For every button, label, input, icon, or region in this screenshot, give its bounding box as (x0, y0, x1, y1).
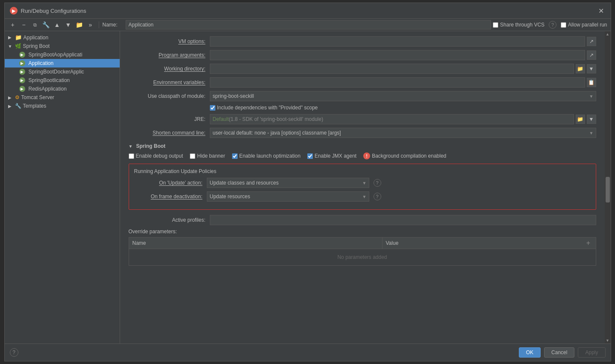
env-vars-input-row: 📋 (210, 77, 596, 88)
vm-options-input-row: ↗ (210, 36, 596, 47)
classpath-label: Use classpath of module: (129, 93, 206, 99)
leaf-icon-redis: ▶ (19, 86, 25, 92)
working-dir-input-row: 📁 ▼ (210, 64, 596, 74)
env-vars-row: Environment variables: 📋 (129, 77, 596, 88)
vcs-help-icon[interactable]: ? (549, 21, 556, 29)
share-vcs-checkbox[interactable] (493, 22, 498, 28)
sidebar-item-application-root[interactable]: ▶ 📁 Application (5, 33, 120, 42)
jre-display: Default (1.8 - SDK of 'spring-boot-secki… (210, 114, 574, 124)
working-dir-arrow-btn[interactable]: ▼ (587, 64, 596, 73)
sidebar-item-springbootlication[interactable]: ▶ SpringBootlication (5, 76, 120, 85)
leaf-icon-docker: ▶ (19, 69, 25, 75)
on-update-row: On 'Update' action: Update classes and r… (134, 178, 591, 188)
sidebar-item-tomcat[interactable]: ▶ ⚙ Tomcat Server (5, 93, 120, 102)
active-profiles-input[interactable] (210, 215, 596, 225)
sidebar-item-templates[interactable]: ▶ 🔧 Templates (5, 102, 120, 110)
enable-jmx-checkbox[interactable] (307, 153, 313, 159)
sidebar-item-application-selected[interactable]: ▶ Application (5, 59, 120, 68)
col-value: Value + (382, 238, 596, 249)
shorten-cmdline-dropdown[interactable]: user-local default: none - java [options… (210, 128, 596, 138)
sidebar-item-springbootdocker[interactable]: ▶ SpringBootDockerApplic (5, 68, 120, 76)
no-params-row: No parameters added (129, 249, 596, 266)
apply-button[interactable]: Apply (578, 347, 605, 358)
close-button[interactable]: ✕ (597, 6, 606, 15)
classpath-row: Use classpath of module: spring-boot-sec… (129, 91, 596, 101)
copy-button[interactable]: ⧉ (30, 20, 40, 29)
folder-button[interactable]: 📁 (75, 20, 84, 29)
bottom-right-buttons: OK Cancel Apply (519, 347, 606, 358)
scroll-up-arrow[interactable]: ▲ (606, 32, 609, 36)
name-input[interactable] (126, 20, 491, 29)
working-dir-folder-btn[interactable]: 📁 (576, 64, 585, 73)
on-deactivation-dropdown[interactable]: Update resources Update classes and reso… (207, 191, 369, 202)
enable-debug-checkbox[interactable] (129, 153, 134, 159)
working-dir-label: Working directory: (129, 66, 206, 72)
leaf-icon-springbootaop: ▶ (19, 52, 25, 58)
program-args-expand-btn[interactable]: ↗ (587, 50, 596, 60)
classpath-dropdown[interactable]: spring-boot-seckill (210, 91, 596, 101)
section-title-springboot: Spring Boot (136, 143, 165, 149)
more-button[interactable]: » (86, 20, 95, 29)
allow-parallel-label[interactable]: Allow parallel run (561, 22, 607, 28)
working-dir-input[interactable] (210, 64, 574, 74)
program-args-input-row: ↗ (210, 50, 596, 60)
bottom-bar: ? OK Cancel Apply (5, 343, 611, 361)
include-deps-label[interactable]: Include dependencies with "Provided" sco… (210, 105, 318, 111)
vm-options-expand-btn[interactable]: ↗ (587, 37, 596, 46)
right-scrollbar[interactable]: ▲ ▼ (605, 31, 611, 343)
scroll-thumb[interactable] (606, 177, 610, 203)
help-button[interactable]: ? (10, 348, 18, 357)
include-deps-checkbox[interactable] (210, 105, 215, 111)
enable-debug-label[interactable]: Enable debug output (129, 153, 183, 159)
sidebar: ▶ 📁 Application ▼ 🌿 Spring Boot ▶ Spring… (5, 31, 120, 343)
sidebar-item-redis[interactable]: ▶ RedisApplication (5, 85, 120, 93)
cancel-button[interactable]: Cancel (544, 347, 574, 358)
env-vars-input[interactable] (210, 77, 585, 88)
scroll-down-arrow[interactable]: ▼ (606, 338, 609, 343)
main-content: ▶ 📁 Application ▼ 🌿 Spring Boot ▶ Spring… (5, 31, 611, 343)
add-param-button[interactable]: + (585, 239, 592, 247)
leaf-icon-application: ▶ (19, 60, 25, 66)
share-vcs-label[interactable]: Share through VCS (493, 22, 544, 28)
sidebar-label-lication: SpringBootlication (29, 77, 70, 83)
move-down-button[interactable]: ▼ (64, 20, 73, 29)
hide-banner-label[interactable]: Hide banner (190, 153, 225, 159)
on-deactivation-help-icon[interactable]: ? (374, 193, 381, 200)
settings-button[interactable]: 🔧 (41, 20, 51, 29)
tomcat-icon: ⚙ (15, 94, 20, 100)
sidebar-item-springboot-root[interactable]: ▼ 🌿 Spring Boot (5, 42, 120, 50)
jre-input-row: Default (1.8 - SDK of 'spring-boot-secki… (210, 114, 596, 124)
springboot-icon: 🌿 (15, 43, 21, 49)
jre-arrow-btn[interactable]: ▼ (587, 114, 596, 124)
enable-launch-opt-label[interactable]: Enable launch optimization (232, 153, 300, 159)
on-deactivation-dropdown-wrap: Update resources Update classes and reso… (207, 191, 369, 202)
program-args-row: Program arguments: ↗ (129, 50, 596, 60)
app-icon: ▶ (10, 7, 18, 15)
allow-parallel-checkbox[interactable] (561, 22, 566, 28)
right-panel: VM options: ↗ Program arguments: ↗ Worki… (120, 31, 605, 343)
ok-button[interactable]: OK (519, 347, 541, 358)
hide-banner-checkbox[interactable] (190, 153, 195, 159)
sidebar-label-application: Application (24, 35, 49, 41)
add-button[interactable]: + (8, 20, 18, 29)
on-update-help-icon[interactable]: ? (374, 179, 381, 187)
warning-icon: ! (363, 153, 370, 159)
sidebar-label-tomcat: Tomcat Server (21, 94, 54, 100)
sidebar-label-redis: RedisApplication (29, 86, 67, 92)
expand-icon: ▼ (8, 44, 13, 49)
sidebar-item-springbootaop[interactable]: ▶ SpringBootAopApplicati (5, 50, 120, 59)
move-up-button[interactable]: ▲ (53, 20, 62, 29)
vm-options-input[interactable] (210, 36, 585, 47)
enable-jmx-label[interactable]: Enable JMX agent (307, 153, 356, 159)
enable-launch-opt-checkbox[interactable] (232, 153, 238, 159)
jre-dim-text: (1.8 - SDK of 'spring-boot-seckill' modu… (229, 116, 324, 122)
springboot-section-divider: ▼ Spring Boot (129, 143, 596, 149)
section-collapse-icon[interactable]: ▼ (129, 144, 133, 149)
remove-button[interactable]: − (19, 20, 29, 29)
program-args-input[interactable] (210, 50, 585, 60)
jre-folder-btn[interactable]: 📁 (576, 114, 585, 124)
on-update-dropdown[interactable]: Update classes and resources Update reso… (207, 178, 369, 188)
running-policies-box: Running Application Update Policies On '… (129, 164, 596, 210)
env-vars-copy-btn[interactable]: 📋 (587, 78, 596, 87)
sidebar-label-docker: SpringBootDockerApplic (29, 69, 84, 75)
